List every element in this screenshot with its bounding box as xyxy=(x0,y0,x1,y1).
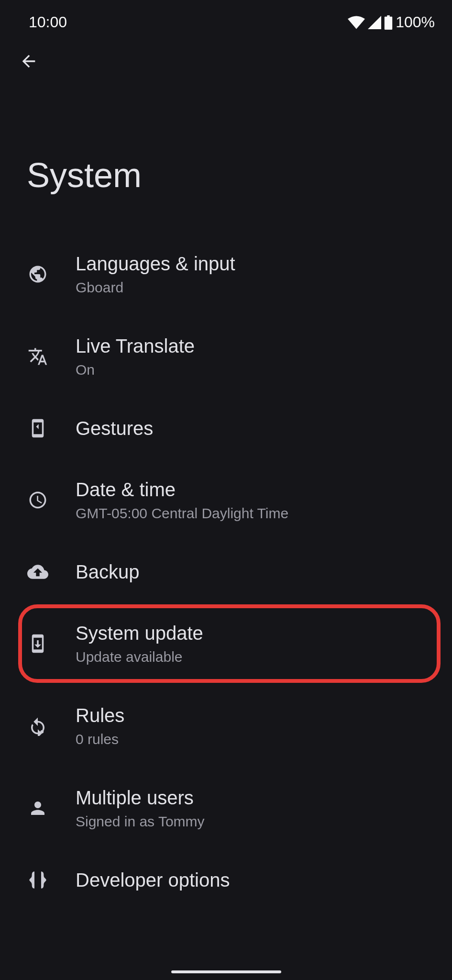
translate-icon xyxy=(27,345,49,368)
person-icon xyxy=(27,797,49,819)
menu-title: Rules xyxy=(76,704,425,727)
battery-percent: 100% xyxy=(396,13,435,31)
status-bar: 10:00 100% xyxy=(0,0,452,36)
menu-subtitle: 0 rules xyxy=(76,731,425,748)
menu-item-multiple-users[interactable]: Multiple users Signed in as Tommy xyxy=(0,767,452,849)
status-icons: 100% xyxy=(348,13,435,31)
menu-item-backup[interactable]: Backup xyxy=(0,541,452,602)
cloud-upload-icon xyxy=(27,561,49,583)
menu-title: Multiple users xyxy=(76,786,425,809)
menu-item-translate[interactable]: Live Translate On xyxy=(0,315,452,398)
menu-subtitle: Gboard xyxy=(76,279,425,296)
system-update-icon xyxy=(27,633,49,655)
menu-title: Date & time xyxy=(76,478,425,501)
menu-item-gestures[interactable]: Gestures xyxy=(0,398,452,459)
braces-icon xyxy=(27,869,49,891)
battery-icon xyxy=(384,15,393,30)
clock-icon xyxy=(27,489,49,511)
menu-item-developer-options[interactable]: Developer options xyxy=(0,849,452,896)
status-time: 10:00 xyxy=(29,13,67,31)
back-button[interactable] xyxy=(0,36,38,74)
menu-title: System update xyxy=(76,622,425,645)
menu-title: Gestures xyxy=(76,417,425,440)
menu-subtitle: Signed in as Tommy xyxy=(76,813,425,830)
menu-title: Live Translate xyxy=(76,334,425,357)
menu-title: Languages & input xyxy=(76,252,425,275)
menu-item-rules[interactable]: Rules 0 rules xyxy=(0,685,452,767)
menu-subtitle: On xyxy=(76,361,425,379)
arrow-left-icon xyxy=(19,52,38,73)
menu-title: Developer options xyxy=(76,869,425,891)
menu-title: Backup xyxy=(76,560,425,583)
menu-item-languages[interactable]: Languages & input Gboard xyxy=(0,233,452,315)
rules-icon xyxy=(27,715,49,737)
menu-subtitle: GMT-05:00 Central Daylight Time xyxy=(76,505,425,522)
nav-bar-indicator[interactable] xyxy=(171,970,281,973)
menu-item-system-update[interactable]: System update Update available xyxy=(0,602,452,685)
gesture-icon xyxy=(27,417,49,439)
menu-list: Languages & input Gboard Live Translate … xyxy=(0,233,452,896)
page-title: System xyxy=(0,74,452,233)
menu-item-datetime[interactable]: Date & time GMT-05:00 Central Daylight T… xyxy=(0,459,452,541)
signal-icon xyxy=(368,16,381,29)
menu-subtitle: Update available xyxy=(76,648,425,666)
globe-icon xyxy=(27,263,49,285)
wifi-icon xyxy=(348,16,365,29)
